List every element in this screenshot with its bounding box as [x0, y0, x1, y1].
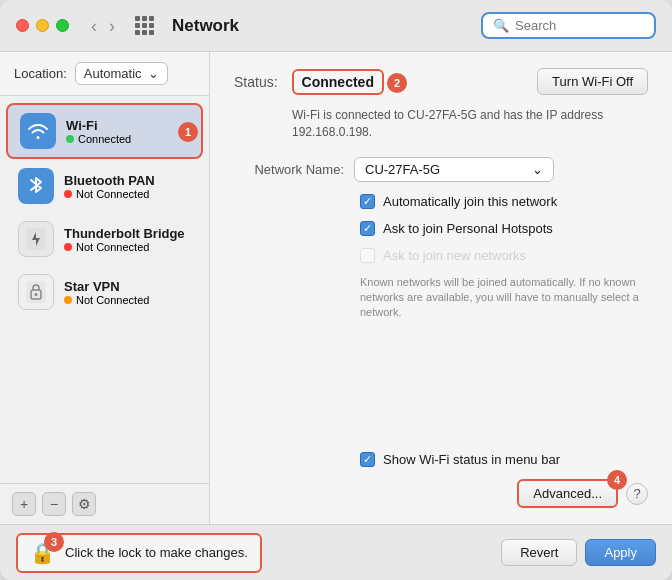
svg-point-3 [35, 293, 38, 296]
location-bar: Location: Automatic ⌄ [0, 52, 209, 96]
wifi-name: Wi-Fi [66, 118, 179, 133]
nav-buttons: ‹ › [87, 15, 119, 37]
connection-description: Wi-Fi is connected to CU-27FA-5G and has… [292, 107, 648, 141]
advanced-button[interactable]: Advanced... [517, 479, 618, 508]
revert-button[interactable]: Revert [501, 539, 577, 566]
bluetooth-pan-status: Not Connected [64, 188, 191, 200]
lock-badge-wrap: 🔒 3 [30, 541, 55, 565]
bluetooth-pan-info: Bluetooth PAN Not Connected [64, 173, 191, 200]
advanced-badge: 4 [607, 470, 627, 490]
add-network-button[interactable]: + [12, 492, 36, 516]
titlebar: ‹ › Network 🔍 [0, 0, 672, 52]
vpn-icon [18, 274, 54, 310]
star-vpn-status-text: Not Connected [76, 294, 149, 306]
network-name-chevron: ⌄ [532, 162, 543, 177]
wifi-status-text: Connected [78, 133, 131, 145]
advanced-row: Advanced... 4 ? [234, 479, 648, 508]
remove-network-button[interactable]: − [42, 492, 66, 516]
personal-hotspot-row[interactable]: ✓ Ask to join Personal Hotspots [360, 221, 648, 236]
network-name-row: Network Name: CU-27FA-5G ⌄ [234, 157, 648, 182]
status-value-box: Connected [292, 69, 384, 95]
sidebar: Location: Automatic ⌄ [0, 52, 210, 524]
window-title: Network [172, 16, 239, 36]
wifi-badge: 1 [178, 122, 198, 142]
wifi-info: Wi-Fi Connected [66, 118, 179, 145]
thunderbolt-icon [18, 221, 54, 257]
lock-section[interactable]: 🔒 3 Click the lock to make changes. [16, 533, 262, 573]
maximize-button[interactable] [56, 19, 69, 32]
star-vpn-status: Not Connected [64, 294, 191, 306]
new-networks-note: Known networks will be joined automatica… [360, 275, 648, 321]
location-select[interactable]: Automatic ⌄ [75, 62, 168, 85]
thunderbolt-status-text: Not Connected [76, 241, 149, 253]
bottom-bar: 🔒 3 Click the lock to make changes. Reve… [0, 524, 672, 580]
status-label: Status: [234, 74, 278, 90]
thunderbolt-status-dot [64, 243, 72, 251]
bluetooth-icon [18, 168, 54, 204]
sidebar-item-wifi[interactable]: Wi-Fi Connected 1 [6, 103, 203, 159]
wifi-icon [20, 113, 56, 149]
close-button[interactable] [16, 19, 29, 32]
auto-join-row[interactable]: ✓ Automatically join this network [360, 194, 648, 209]
turn-wifi-button[interactable]: Turn Wi-Fi Off [537, 68, 648, 95]
apply-button[interactable]: Apply [585, 539, 656, 566]
chevron-down-icon: ⌄ [148, 66, 159, 81]
traffic-lights [16, 19, 69, 32]
main-content: Location: Automatic ⌄ [0, 52, 672, 524]
thunderbolt-info: Thunderbolt Bridge Not Connected [64, 226, 191, 253]
bluetooth-pan-status-text: Not Connected [76, 188, 149, 200]
location-label: Location: [14, 66, 67, 81]
location-value: Automatic [84, 66, 142, 81]
bottom-buttons: Revert Apply [501, 539, 656, 566]
thunderbolt-name: Thunderbolt Bridge [64, 226, 191, 241]
auto-join-label: Automatically join this network [383, 194, 557, 209]
personal-hotspot-label: Ask to join Personal Hotspots [383, 221, 553, 236]
star-vpn-info: Star VPN Not Connected [64, 279, 191, 306]
minimize-button[interactable] [36, 19, 49, 32]
back-button[interactable]: ‹ [87, 15, 101, 37]
sidebar-bottom: + − ⚙ [0, 483, 209, 524]
network-name-value: CU-27FA-5G [365, 162, 440, 177]
search-box[interactable]: 🔍 [481, 12, 656, 39]
help-button[interactable]: ? [626, 483, 648, 505]
show-wifi-checkbox[interactable]: ✓ [360, 452, 375, 467]
new-networks-row: Ask to join new networks [360, 248, 648, 263]
personal-hotspot-checkbox[interactable]: ✓ [360, 221, 375, 236]
status-row: Status: Connected 2 Turn Wi-Fi Off [234, 68, 648, 95]
sidebar-item-bluetooth-pan[interactable]: Bluetooth PAN Not Connected [6, 160, 203, 212]
wifi-status-dot [66, 135, 74, 143]
search-icon: 🔍 [493, 18, 509, 33]
bluetooth-pan-name: Bluetooth PAN [64, 173, 191, 188]
star-vpn-status-dot [64, 296, 72, 304]
status-value: Connected [302, 74, 374, 90]
show-wifi-label: Show Wi-Fi status in menu bar [383, 452, 560, 467]
advanced-badge-wrap: Advanced... 4 [517, 479, 618, 508]
apps-grid-icon[interactable] [135, 16, 154, 35]
network-preferences-window: ‹ › Network 🔍 Location: Automatic ⌄ [0, 0, 672, 580]
network-name-label: Network Name: [234, 162, 344, 177]
network-list: Wi-Fi Connected 1 [0, 96, 209, 483]
more-options-button[interactable]: ⚙ [72, 492, 96, 516]
new-networks-label: Ask to join new networks [383, 248, 526, 263]
show-wifi-row[interactable]: ✓ Show Wi-Fi status in menu bar [360, 452, 648, 467]
sidebar-item-thunderbolt-bridge[interactable]: Thunderbolt Bridge Not Connected [6, 213, 203, 265]
wifi-status: Connected [66, 133, 179, 145]
lock-badge: 3 [44, 532, 64, 552]
lock-text: Click the lock to make changes. [65, 545, 248, 560]
star-vpn-name: Star VPN [64, 279, 191, 294]
status-badge: 2 [387, 73, 407, 93]
detail-panel: Status: Connected 2 Turn Wi-Fi Off Wi-Fi… [210, 52, 672, 524]
forward-button[interactable]: › [105, 15, 119, 37]
new-networks-checkbox [360, 248, 375, 263]
auto-join-checkbox[interactable]: ✓ [360, 194, 375, 209]
network-name-select[interactable]: CU-27FA-5G ⌄ [354, 157, 554, 182]
search-input[interactable] [515, 18, 644, 33]
sidebar-item-star-vpn[interactable]: Star VPN Not Connected [6, 266, 203, 318]
thunderbolt-status: Not Connected [64, 241, 191, 253]
bluetooth-pan-status-dot [64, 190, 72, 198]
